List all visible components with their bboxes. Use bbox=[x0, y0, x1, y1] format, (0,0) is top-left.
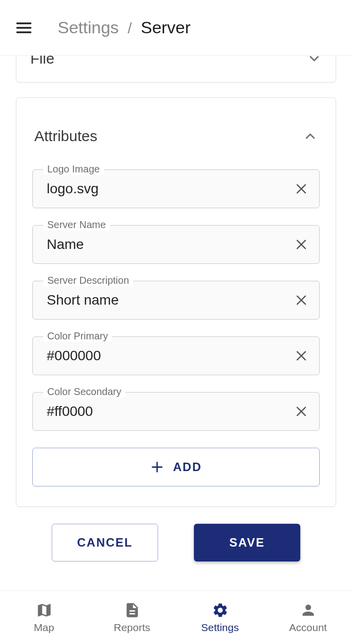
nav-reports[interactable]: Reports bbox=[88, 591, 176, 644]
logo-image-input[interactable] bbox=[47, 181, 290, 197]
content-area: File Attributes Logo Image bbox=[0, 56, 352, 590]
server-name-input[interactable] bbox=[47, 237, 290, 252]
color-primary-input[interactable] bbox=[47, 348, 290, 364]
file-section-header[interactable]: File bbox=[30, 56, 322, 67]
file-section-title: File bbox=[30, 56, 54, 67]
clear-button[interactable] bbox=[290, 234, 312, 255]
field-server-name: Server Name bbox=[32, 225, 320, 264]
breadcrumb-settings-link[interactable]: Settings bbox=[58, 18, 119, 37]
file-section-card: File bbox=[16, 56, 336, 82]
chevron-up-icon bbox=[303, 129, 318, 144]
color-secondary-input[interactable] bbox=[47, 403, 290, 419]
close-icon bbox=[294, 349, 308, 363]
field-label: Logo Image bbox=[43, 163, 104, 175]
clear-button[interactable] bbox=[290, 401, 312, 422]
nav-reports-label: Reports bbox=[114, 622, 151, 634]
chevron-down-icon bbox=[307, 56, 322, 66]
field-label: Server Name bbox=[43, 219, 110, 231]
breadcrumb: Settings / Server bbox=[58, 18, 190, 37]
close-icon bbox=[294, 238, 308, 251]
nav-map-label: Map bbox=[34, 622, 54, 634]
close-icon bbox=[294, 293, 308, 307]
plus-icon bbox=[150, 460, 164, 474]
field-label: Color Secondary bbox=[43, 386, 125, 398]
clear-button[interactable] bbox=[290, 345, 312, 367]
attributes-section-card: Attributes Logo Image Server Name bbox=[16, 97, 336, 507]
person-icon bbox=[300, 602, 317, 619]
bottom-nav: Map Reports Settings Account bbox=[0, 590, 352, 644]
field-logo-image: Logo Image bbox=[32, 169, 320, 208]
field-color-secondary: Color Secondary bbox=[32, 392, 320, 431]
nav-settings[interactable]: Settings bbox=[176, 591, 264, 644]
field-server-description: Server Description bbox=[32, 281, 320, 320]
add-button[interactable]: ADD bbox=[32, 448, 320, 486]
field-color-primary: Color Primary bbox=[32, 336, 320, 375]
clear-button[interactable] bbox=[290, 178, 312, 200]
server-description-input[interactable] bbox=[47, 292, 290, 308]
document-icon bbox=[124, 602, 141, 619]
map-icon bbox=[36, 602, 53, 619]
nav-settings-label: Settings bbox=[201, 622, 239, 634]
close-icon bbox=[294, 404, 308, 418]
app-header: Settings / Server bbox=[0, 0, 352, 56]
action-row: CANCEL SAVE bbox=[16, 524, 336, 562]
save-button[interactable]: SAVE bbox=[194, 524, 300, 562]
cancel-button[interactable]: CANCEL bbox=[52, 524, 158, 562]
save-button-label: SAVE bbox=[229, 536, 265, 550]
attributes-section-header[interactable]: Attributes bbox=[32, 128, 320, 145]
clear-button[interactable] bbox=[290, 289, 312, 311]
close-icon bbox=[294, 182, 308, 196]
nav-account[interactable]: Account bbox=[264, 591, 352, 644]
field-label: Server Description bbox=[43, 275, 133, 286]
nav-account-label: Account bbox=[289, 622, 327, 634]
field-label: Color Primary bbox=[43, 330, 112, 342]
add-button-label: ADD bbox=[173, 460, 202, 474]
gear-icon bbox=[212, 602, 229, 619]
breadcrumb-separator: / bbox=[128, 20, 132, 37]
breadcrumb-current: Server bbox=[141, 18, 190, 37]
menu-button[interactable] bbox=[14, 18, 34, 38]
hamburger-icon bbox=[15, 19, 33, 37]
attributes-section-title: Attributes bbox=[34, 128, 97, 145]
nav-map[interactable]: Map bbox=[0, 591, 88, 644]
cancel-button-label: CANCEL bbox=[77, 536, 133, 550]
